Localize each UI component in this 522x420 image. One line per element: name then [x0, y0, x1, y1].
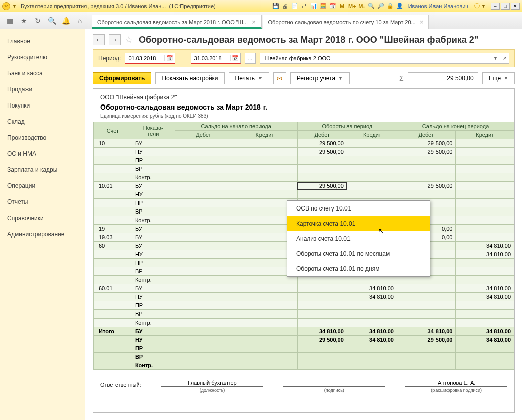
sidebar-item[interactable]: Руководителю	[0, 49, 85, 65]
history-icon[interactable]: ↻	[31, 14, 44, 27]
email-button[interactable]: ✉	[273, 72, 286, 84]
table-row[interactable]: Контр.	[94, 319, 514, 327]
save-icon[interactable]: 💾	[271, 2, 280, 11]
context-menu-item[interactable]: ОСВ по счету 10.01	[287, 201, 430, 216]
show-settings-button[interactable]: Показать настройки	[155, 72, 224, 84]
sidebar-item[interactable]: Банк и касса	[0, 65, 85, 81]
bell-icon[interactable]: 🔔	[59, 14, 72, 27]
nav-back-button[interactable]: ←	[93, 34, 105, 45]
tab-second[interactable]: Оборотно-сальдовая ведомость по счету 10…	[263, 15, 429, 29]
info-dropdown-icon[interactable]: ▼	[481, 4, 486, 9]
tab-label: Оборотно-сальдовая ведомость по счету 10…	[268, 19, 416, 25]
table-row[interactable]: Контр.	[94, 276, 514, 284]
date-from-input[interactable]: 📅	[125, 53, 175, 64]
table-row[interactable]: НУ	[94, 190, 514, 199]
document-tabs: Оборотно-сальдовая ведомость за Март 201…	[92, 12, 519, 29]
col-credit: Кредит	[456, 131, 514, 139]
table-row[interactable]: ПР	[94, 156, 514, 165]
more-button[interactable]: Еще▼	[482, 72, 515, 84]
table-row[interactable]: ПР	[94, 301, 514, 310]
date-from-field[interactable]	[125, 55, 164, 61]
report-footer: Ответственный: Главный бухгалтер (должно…	[93, 370, 514, 398]
page-title: Оборотно-сальдовая ведомость за Март 201…	[139, 35, 478, 45]
tab-close-icon[interactable]: ×	[252, 18, 256, 26]
table-row[interactable]: НУ34 810,0034 810,00	[94, 293, 514, 301]
compare-icon[interactable]: ⇄	[300, 2, 309, 11]
sidebar-item[interactable]: Склад	[0, 114, 85, 130]
col-indicators: Показа- тели	[132, 122, 175, 139]
calculator-icon[interactable]: 🧮	[319, 2, 328, 11]
context-menu-item[interactable]: Обороты счета 10.01 по месяцам	[287, 246, 430, 261]
m-icon[interactable]: M	[338, 2, 347, 11]
sidebar-item[interactable]: Главное	[0, 33, 85, 49]
dropdown-icon[interactable]: ▼	[12, 4, 17, 9]
report-unit: Единица измерения: рубль (код по ОКЕИ 38…	[100, 113, 507, 119]
chart-icon[interactable]: 📊	[309, 2, 318, 11]
calendar-icon[interactable]: 📅	[328, 2, 337, 11]
table-row[interactable]: ВР	[94, 165, 514, 173]
maximize-button[interactable]: □	[501, 3, 510, 10]
favorite-star-icon[interactable]: ☆	[125, 34, 133, 45]
m-minus-icon[interactable]: M-	[357, 2, 366, 11]
sidebar-item[interactable]: Операции	[0, 178, 85, 194]
sidebar-item[interactable]: Покупки	[0, 97, 85, 114]
sidebar-item[interactable]: Продажи	[0, 81, 85, 97]
titlebar-toolbar: 💾 🖨 📄 ⇄ 📊 🧮 📅 M M+ M- 🔍 🔎 🔒 👤	[271, 2, 404, 11]
lock-icon[interactable]: 🔒	[386, 2, 395, 11]
home-icon[interactable]: ⌂	[73, 14, 86, 27]
page-header: ← → ☆ Оборотно-сальдовая ведомость за Ма…	[85, 29, 522, 49]
table-row[interactable]: Контр.	[94, 173, 514, 182]
register-button[interactable]: Регистр учета▼	[290, 72, 350, 84]
search-icon[interactable]: 🔍	[45, 14, 58, 27]
period-picker-button[interactable]: ...	[245, 53, 256, 64]
calendar-icon[interactable]: 📅	[164, 55, 175, 61]
total-row: ВР	[94, 353, 514, 361]
info-icon[interactable]: ⓘ	[472, 2, 481, 11]
open-icon[interactable]: ↗	[500, 56, 509, 61]
dropdown-icon[interactable]: ▼	[491, 56, 500, 61]
calendar-icon[interactable]: 📅	[230, 55, 240, 61]
nav-forward-button[interactable]: →	[109, 34, 121, 45]
close-button[interactable]: ✕	[511, 3, 520, 10]
sidebar-item[interactable]: Зарплата и кадры	[0, 162, 85, 178]
context-menu-item[interactable]: Обороты счета 10.01 по дням	[287, 261, 430, 276]
m-plus-icon[interactable]: M+	[347, 2, 357, 11]
organization-select[interactable]: ▼ ↗	[260, 53, 509, 64]
form-button[interactable]: Сформировать	[93, 72, 151, 84]
zoom-in-icon[interactable]: 🔍	[367, 2, 376, 11]
col-turnover: Обороты за период	[297, 122, 397, 131]
sidebar-item[interactable]: Администрирование	[0, 226, 85, 242]
table-row[interactable]: ВР	[94, 310, 514, 319]
current-user[interactable]: Иванов Иван Иванович	[408, 3, 468, 9]
col-credit: Кредит	[347, 131, 397, 139]
sidebar-item[interactable]: Справочники	[0, 210, 85, 226]
table-row[interactable]: 10.01БУ29 500,0029 500,00	[94, 182, 514, 190]
table-row[interactable]: НУ29 500,0029 500,00	[94, 148, 514, 156]
date-to-input[interactable]: 📅	[191, 53, 241, 64]
apps-icon[interactable]: ▦	[3, 14, 16, 27]
table-row[interactable]: 10БУ29 500,0029 500,00	[94, 139, 514, 148]
favorite-icon[interactable]: ★	[17, 14, 30, 27]
organization-field[interactable]	[260, 55, 491, 61]
document-icon[interactable]: 📄	[290, 2, 299, 11]
sidebar-item[interactable]: Отчеты	[0, 194, 85, 210]
date-to-field[interactable]	[191, 55, 230, 61]
tab-active[interactable]: Оборотно-сальдовая ведомость за Март 201…	[92, 15, 262, 29]
report-header: ООО "Швейная фабрика 2" Оборотно-сальдов…	[93, 89, 514, 122]
print-button[interactable]: Печать▼	[229, 72, 269, 84]
total-field[interactable]	[408, 72, 478, 84]
table-row[interactable]: 60.01БУ34 810,0034 810,00	[94, 284, 514, 293]
minimize-button[interactable]: –	[491, 3, 500, 10]
sidebar-item[interactable]: Производство	[0, 130, 85, 146]
col-account: Счет	[94, 122, 132, 139]
total-row: ПР	[94, 344, 514, 353]
print-icon[interactable]: 🖨	[281, 2, 290, 11]
window-title: Бухгалтерия предприятия, редакция 3.0 / …	[21, 3, 271, 9]
context-menu-item[interactable]: Анализ счета 10.01	[287, 231, 430, 246]
tab-close-icon[interactable]: ×	[420, 18, 424, 26]
context-menu-item[interactable]: Карточка счета 10.01	[287, 216, 430, 231]
sidebar-item[interactable]: ОС и НМА	[0, 146, 85, 162]
sig-position: Главный бухгалтер (должность)	[161, 380, 264, 393]
zoom-out-icon[interactable]: 🔎	[376, 2, 385, 11]
total-row: Контр.	[94, 361, 514, 370]
